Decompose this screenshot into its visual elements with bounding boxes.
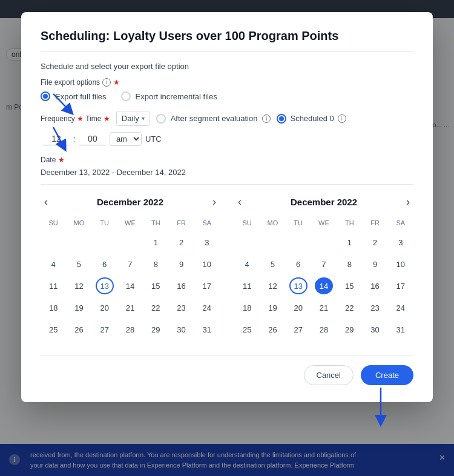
scheduled-option[interactable]: Scheduled 0 i — [277, 114, 346, 124]
left-dow-sa: SA — [194, 217, 220, 231]
day-cell[interactable]: 14 — [315, 277, 333, 294]
day-cell[interactable]: 27 — [96, 321, 114, 338]
day-cell[interactable]: 3 — [392, 234, 410, 251]
after-segment-info-icon[interactable]: i — [262, 114, 271, 123]
frequency-daily-dropdown[interactable]: Daily ▾ — [116, 111, 150, 126]
day-cell[interactable]: 23 — [366, 299, 384, 316]
scheduled-info-icon[interactable]: i — [338, 114, 346, 123]
day-cell[interactable]: 21 — [121, 299, 139, 316]
day-cell[interactable]: 4 — [238, 256, 256, 273]
time-hour-input[interactable] — [43, 133, 70, 145]
day-cell[interactable]: 7 — [315, 256, 333, 273]
export-incremental-radio[interactable] — [121, 91, 131, 101]
day-cell[interactable]: 22 — [340, 299, 358, 316]
day-cell[interactable]: 6 — [289, 256, 308, 273]
day-cell[interactable]: 28 — [121, 321, 139, 338]
day-cell[interactable]: 19 — [70, 299, 88, 316]
day-cell[interactable]: 12 — [70, 277, 88, 294]
day-cell[interactable]: 28 — [315, 321, 333, 338]
day-cell[interactable]: 17 — [198, 277, 216, 294]
calendars-container: ‹ December 2022 › SU MO TU WE TH — [41, 194, 413, 340]
day-cell[interactable]: 2 — [366, 234, 384, 251]
day-cell[interactable]: 5 — [70, 256, 88, 273]
scheduled-radio[interactable] — [277, 114, 286, 124]
day-cell[interactable]: 11 — [238, 277, 256, 294]
day-cell[interactable]: 15 — [146, 277, 165, 294]
date-label: Date ★ — [41, 156, 413, 164]
day-cell[interactable]: 29 — [146, 321, 165, 338]
cancel-button[interactable]: Cancel — [304, 365, 354, 385]
day-cell[interactable]: 30 — [173, 321, 191, 338]
day-cell[interactable]: 3 — [198, 234, 216, 251]
frequency-label: Frequency ★ Time ★ — [41, 114, 110, 123]
modal-footer: Cancel Create — [41, 355, 413, 385]
day-cell[interactable]: 13 — [289, 277, 308, 294]
day-cell[interactable]: 2 — [173, 234, 191, 251]
day-cell[interactable]: 8 — [146, 256, 165, 273]
day-cell[interactable]: 6 — [96, 256, 114, 273]
day-cell[interactable]: 8 — [340, 256, 358, 273]
export-full-option[interactable]: Export full files — [41, 91, 107, 101]
day-cell[interactable]: 31 — [392, 321, 410, 338]
day-cell[interactable]: 17 — [392, 277, 410, 294]
right-calendar-next-button[interactable]: › — [403, 194, 413, 210]
ampm-select[interactable]: am pm — [110, 132, 142, 146]
day-cell[interactable]: 1 — [146, 234, 165, 251]
day-cell[interactable]: 1 — [340, 234, 358, 251]
day-cell[interactable]: 7 — [121, 256, 139, 273]
right-dow-su: SU — [234, 217, 260, 231]
day-cell[interactable]: 9 — [366, 256, 384, 273]
day-cell[interactable]: 10 — [392, 256, 410, 273]
day-cell[interactable]: 4 — [44, 256, 62, 273]
right-dow-tu: TU — [286, 217, 311, 231]
day-cell[interactable]: 18 — [238, 299, 256, 316]
day-cell[interactable]: 12 — [263, 277, 281, 294]
right-dow-sa: SA — [388, 217, 413, 231]
left-calendar-prev-button[interactable]: ‹ — [41, 194, 51, 210]
time-minute-input[interactable] — [79, 133, 106, 145]
day-cell[interactable]: 19 — [263, 299, 281, 316]
modal-title: Scheduling: Loyalty Users over 100 Progr… — [41, 29, 413, 52]
left-calendar-next-button[interactable]: › — [209, 194, 220, 210]
day-cell[interactable]: 23 — [173, 299, 191, 316]
create-button[interactable]: Create — [361, 365, 413, 385]
day-cell[interactable]: 16 — [173, 277, 191, 294]
day-cell[interactable]: 9 — [173, 256, 191, 273]
day-cell[interactable]: 15 — [340, 277, 358, 294]
left-dow-mo: MO — [66, 217, 91, 231]
day-cell[interactable]: 25 — [44, 321, 62, 338]
day-cell[interactable]: 30 — [366, 321, 384, 338]
day-cell[interactable]: 25 — [238, 321, 256, 338]
export-incremental-option[interactable]: Export incremental files — [121, 91, 217, 101]
day-cell[interactable]: 24 — [392, 299, 410, 316]
after-segment-radio[interactable] — [156, 114, 166, 124]
right-dow-we: WE — [311, 217, 337, 231]
day-cell[interactable]: 5 — [263, 256, 281, 273]
day-cell[interactable]: 24 — [198, 299, 216, 316]
file-export-info-icon[interactable]: i — [102, 78, 111, 87]
day-cell[interactable]: 10 — [198, 256, 216, 273]
right-calendar-prev-button[interactable]: ‹ — [234, 194, 245, 210]
right-dow-mo: MO — [260, 217, 285, 231]
chevron-down-icon: ▾ — [142, 115, 145, 122]
day-cell[interactable]: 18 — [44, 299, 62, 316]
day-cell[interactable]: 31 — [198, 321, 216, 338]
required-star: ★ — [113, 78, 120, 87]
day-cell[interactable]: 26 — [70, 321, 88, 338]
day-cell[interactable]: 22 — [146, 299, 165, 316]
after-segment-option[interactable]: After segment evaluation i — [156, 114, 271, 124]
time-row: : am pm UTC — [43, 132, 162, 146]
day-cell[interactable]: 11 — [44, 277, 62, 294]
day-cell[interactable]: 27 — [289, 321, 308, 338]
left-dow-tu: TU — [92, 217, 117, 231]
frequency-row: Frequency ★ Time ★ Daily ▾ After segment… — [41, 111, 413, 146]
day-cell[interactable]: 21 — [315, 299, 333, 316]
day-cell[interactable]: 26 — [263, 321, 281, 338]
day-cell[interactable]: 14 — [121, 277, 139, 294]
day-cell[interactable]: 16 — [366, 277, 384, 294]
day-cell[interactable]: 29 — [340, 321, 358, 338]
export-full-radio[interactable] — [41, 91, 50, 101]
day-cell[interactable]: 20 — [289, 299, 308, 316]
day-cell[interactable]: 20 — [96, 299, 114, 316]
day-cell[interactable]: 13 — [96, 277, 114, 294]
